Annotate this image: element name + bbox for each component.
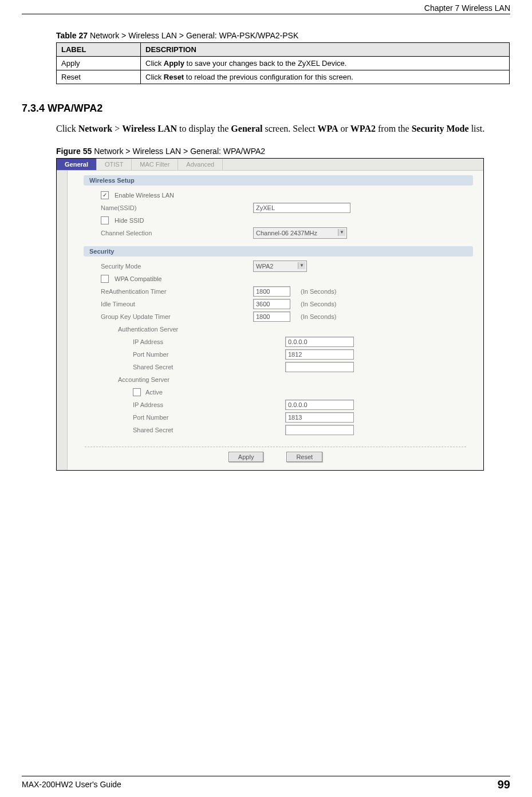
input-auth-port[interactable]: 1812	[285, 349, 354, 360]
input-acct-ip[interactable]: 0.0.0.0	[285, 400, 354, 410]
input-auth-secret[interactable]	[285, 362, 354, 372]
table-27-caption-bold: Table 27	[56, 31, 88, 40]
tab-advanced[interactable]: Advanced	[178, 159, 223, 170]
label-hide-ssid: Hide SSID	[115, 217, 144, 224]
suffix-idle: (In Seconds)	[301, 301, 336, 307]
table-27: LABEL DESCRIPTION Apply Click Apply to s…	[56, 42, 510, 84]
figure-55-screenshot: General OTIST MAC Filter Advanced Wirele…	[56, 158, 484, 471]
label-auth-ip: IP Address	[101, 338, 282, 345]
section-wireless-setup: Wireless Setup	[84, 175, 473, 186]
footer-guide-name: MAX-200HW2 User's Guide	[22, 780, 121, 789]
label-auth-secret: Shared Secret	[101, 364, 282, 370]
input-reauth-timer[interactable]: 1800	[253, 286, 290, 297]
label-acct-port: Port Number	[101, 414, 282, 421]
section-paragraph: Click Network > Wireless LAN to display …	[56, 123, 509, 135]
tab-general[interactable]: General	[57, 159, 97, 170]
label-channel: Channel Selection	[101, 230, 250, 236]
checkbox-wpa-compatible[interactable]	[101, 275, 109, 283]
sidebar-stub	[57, 171, 68, 470]
table-27-head-label: LABEL	[57, 43, 141, 57]
footer-rule	[22, 776, 510, 776]
label-wpa-compatible: WPA Compatible	[115, 275, 161, 282]
table-27-caption: Table 27 Network > Wireless LAN > Genera…	[56, 31, 509, 40]
figure-55-caption: Figure 55 Network > Wireless LAN > Gener…	[56, 147, 509, 156]
table-row: Reset Click Reset to reload the previous…	[57, 70, 510, 84]
input-acct-secret[interactable]	[285, 425, 354, 435]
chapter-header: Chapter 7 Wireless LAN	[424, 3, 510, 13]
label-security-mode: Security Mode	[101, 263, 250, 270]
tab-mac-filter[interactable]: MAC Filter	[132, 159, 178, 170]
table-row: Apply Click Apply to save your changes b…	[57, 57, 510, 70]
table-cell-desc: Click Apply to save your changes back to…	[141, 57, 510, 70]
label-idle-timeout: Idle Timeout	[101, 301, 250, 307]
suffix-reauth: (In Seconds)	[301, 288, 336, 295]
footer-page-number: 99	[498, 778, 510, 791]
label-ssid: Name(SSID)	[101, 204, 250, 211]
figure-55-caption-bold: Figure 55	[56, 147, 92, 156]
input-ssid[interactable]: ZyXEL	[253, 203, 350, 213]
checkbox-hide-ssid[interactable]	[101, 216, 109, 224]
section-security: Security	[84, 246, 473, 257]
apply-button[interactable]: Apply	[228, 452, 264, 462]
table-cell-label: Apply	[57, 57, 141, 70]
table-27-head-desc: DESCRIPTION	[141, 43, 510, 57]
input-group-key-timer[interactable]: 1800	[253, 311, 290, 322]
input-idle-timeout[interactable]: 3600	[253, 299, 290, 309]
label-group-key-timer: Group Key Update Timer	[101, 313, 250, 320]
table-27-caption-text: Network > Wireless LAN > General: WPA-PS…	[88, 31, 298, 40]
checkbox-acct-active[interactable]	[133, 388, 141, 396]
figure-55-caption-text: Network > Wireless LAN > General: WPA/WP…	[92, 147, 265, 156]
input-auth-ip[interactable]: 0.0.0.0	[285, 337, 354, 347]
label-auth-server: Authentication Server	[101, 326, 267, 333]
tab-otist[interactable]: OTIST	[97, 159, 132, 170]
checkbox-enable-wlan[interactable]: ✓	[101, 191, 109, 199]
section-heading-7-3-4: 7.3.4 WPA/WPA2	[22, 102, 509, 115]
table-cell-desc: Click Reset to reload the previous confi…	[141, 70, 510, 84]
label-enable-wlan: Enable Wireless LAN	[115, 192, 174, 199]
input-acct-port[interactable]: 1813	[285, 412, 354, 423]
tab-bar: General OTIST MAC Filter Advanced	[57, 159, 483, 171]
separator	[85, 447, 466, 447]
label-auth-port: Port Number	[101, 351, 282, 358]
table-cell-label: Reset	[57, 70, 141, 84]
select-security-mode[interactable]: WPA2	[253, 261, 307, 272]
label-acct-ip: IP Address	[101, 401, 282, 408]
select-channel[interactable]: Channel-06 2437MHz	[253, 227, 347, 239]
reset-button[interactable]: Reset	[286, 452, 322, 462]
label-reauth-timer: ReAuthentication Timer	[101, 288, 250, 295]
header-rule	[22, 14, 510, 14]
label-acct-server: Accounting Server	[101, 376, 267, 383]
label-acct-active: Active	[145, 389, 163, 396]
suffix-gkey: (In Seconds)	[301, 313, 336, 320]
label-acct-secret: Shared Secret	[101, 427, 282, 433]
